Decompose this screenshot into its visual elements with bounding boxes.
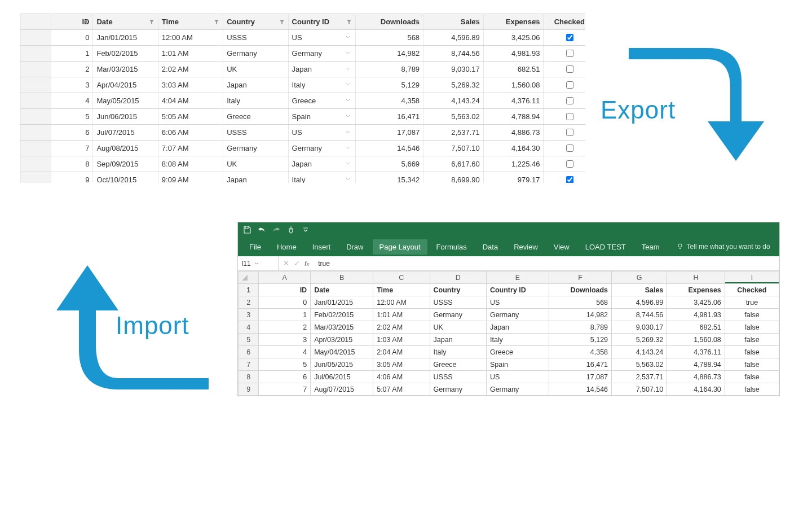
cell-downloads[interactable]: 8,789 <box>356 62 423 77</box>
cell[interactable]: 4,788.94 <box>667 358 725 371</box>
cell-date[interactable]: Sep/09/2015 <box>93 156 158 172</box>
cell[interactable]: false <box>725 346 779 358</box>
cell[interactable]: 4,164.30 <box>667 383 725 396</box>
cell-time[interactable]: 9:09 AM <box>158 172 223 183</box>
cell[interactable]: 4,143.24 <box>612 346 667 358</box>
cell-checked[interactable] <box>544 62 585 77</box>
cell-country[interactable]: Germany <box>223 141 288 156</box>
cell-country-id[interactable]: Italy <box>288 172 356 183</box>
col-header-id[interactable]: ID <box>51 14 93 30</box>
cell[interactable]: false <box>725 321 779 334</box>
cell-country-id[interactable]: US <box>288 30 356 46</box>
cell[interactable]: USSS <box>430 371 486 383</box>
cell[interactable]: 2 <box>259 321 311 334</box>
cell[interactable]: Jul/06/2015 <box>311 371 373 383</box>
cell[interactable]: Aug/07/2015 <box>311 383 373 396</box>
touch-mode-icon[interactable] <box>286 225 295 234</box>
cell[interactable]: Germany <box>430 309 486 321</box>
cell-country[interactable]: Germany <box>223 46 288 62</box>
cell-downloads[interactable]: 5,129 <box>356 77 423 93</box>
cell-sales[interactable]: 5,269.32 <box>423 77 484 93</box>
chevron-down-icon[interactable] <box>344 81 352 89</box>
col-header-checked[interactable]: Checked <box>544 14 585 30</box>
cell[interactable]: 5:07 AM <box>373 383 430 396</box>
cell-expenses[interactable]: 682.51 <box>483 62 544 77</box>
cell[interactable]: Feb/02/2015 <box>311 309 373 321</box>
cell-id[interactable]: 6 <box>51 125 93 141</box>
cell[interactable]: 9,030.17 <box>612 321 667 334</box>
column-header-G[interactable]: G <box>612 271 667 284</box>
cell-country[interactable]: USSS <box>223 30 288 46</box>
cell-date[interactable]: Feb/02/2015 <box>93 46 158 62</box>
cell[interactable]: 7 <box>259 383 311 396</box>
cell-id[interactable]: 7 <box>51 141 93 156</box>
cell[interactable]: Jun/05/2015 <box>311 358 373 371</box>
table-row[interactable]: 7Aug/08/20157:07 AMGermanyGermany14,5467… <box>21 141 586 156</box>
cell-date[interactable]: Jan/01/2015 <box>93 30 158 46</box>
cell-time[interactable]: 6:06 AM <box>158 125 223 141</box>
cell[interactable]: 1 <box>259 309 311 321</box>
row-number[interactable]: 2 <box>239 296 259 309</box>
cell-time[interactable]: 2:02 AM <box>158 62 223 77</box>
cell-downloads[interactable]: 17,087 <box>356 125 423 141</box>
col-header-expenses[interactable]: Expenses <box>483 14 544 30</box>
cell-expenses[interactable]: 4,164.30 <box>483 141 544 156</box>
cell-checked[interactable] <box>544 172 585 183</box>
cell[interactable]: 3 <box>259 334 311 346</box>
cell[interactable]: Greece <box>486 346 549 358</box>
cell[interactable]: Apr/03/2015 <box>311 334 373 346</box>
cell[interactable]: 2,537.71 <box>612 371 667 383</box>
cell-country[interactable]: Greece <box>223 109 288 125</box>
fx-icon[interactable]: fx <box>304 259 309 268</box>
row-header[interactable] <box>21 109 51 125</box>
chevron-down-icon[interactable] <box>344 144 352 152</box>
filter-icon[interactable] <box>148 18 156 26</box>
row-header[interactable] <box>21 93 51 109</box>
cell[interactable]: 2:02 AM <box>373 321 430 334</box>
col-header-time[interactable]: Time <box>158 14 223 30</box>
cell[interactable]: 14,982 <box>549 309 612 321</box>
cell[interactable]: 7,507.10 <box>612 383 667 396</box>
col-header-country-id[interactable]: Country ID <box>288 14 356 30</box>
qat-more-icon[interactable] <box>301 225 310 234</box>
cell-sales[interactable]: 8,744.56 <box>423 46 484 62</box>
cell-country[interactable]: USSS <box>223 125 288 141</box>
row-header[interactable] <box>21 156 51 172</box>
cell[interactable]: 12:00 AM <box>373 296 430 309</box>
cell-checked[interactable] <box>544 141 585 156</box>
cell-id[interactable]: 0 <box>51 30 93 46</box>
column-header-B[interactable]: B <box>311 271 373 284</box>
cell[interactable]: 2:04 AM <box>373 346 430 358</box>
col-header-country[interactable]: Country <box>223 14 288 30</box>
cell-id[interactable]: 4 <box>51 93 93 109</box>
col-header-downloads[interactable]: Downloads <box>356 14 423 30</box>
ribbon-tab-insert[interactable]: Insert <box>306 239 338 255</box>
cell[interactable]: false <box>725 371 779 383</box>
cell[interactable]: 5,269.32 <box>612 334 667 346</box>
chevron-down-icon[interactable] <box>344 112 352 120</box>
column-header-D[interactable]: D <box>430 271 486 284</box>
cell-date[interactable]: Aug/08/2015 <box>93 141 158 156</box>
cell[interactable]: 4,376.11 <box>667 346 725 358</box>
chevron-down-icon[interactable] <box>344 65 352 73</box>
chevron-down-icon[interactable] <box>344 128 352 136</box>
ribbon-tab-page-layout[interactable]: Page Layout <box>373 239 427 255</box>
cell[interactable]: 16,471 <box>549 358 612 371</box>
cell-date[interactable]: Jun/06/2015 <box>93 109 158 125</box>
cell[interactable]: Country ID <box>486 284 549 296</box>
cell[interactable]: 4,358 <box>549 346 612 358</box>
worksheet[interactable]: ABCDEFGHI 1IDDateTimeCountryCountry IDDo… <box>238 271 779 396</box>
filter-icon[interactable] <box>213 18 220 26</box>
col-header-sales[interactable]: Sales <box>423 14 484 30</box>
cell-checked[interactable] <box>544 109 585 125</box>
cell[interactable]: US <box>486 371 549 383</box>
cell-expenses[interactable]: 4,981.93 <box>483 46 544 62</box>
cell-downloads[interactable]: 568 <box>356 30 423 46</box>
name-box[interactable]: I11 <box>238 256 279 270</box>
table-row[interactable]: 2Mar/03/20152:02 AMUKJapan8,7899,030.176… <box>21 62 586 77</box>
formula-input[interactable]: true <box>314 260 779 268</box>
row-header[interactable] <box>21 62 51 77</box>
cell[interactable]: Checked <box>725 284 779 296</box>
cell[interactable]: 4:06 AM <box>373 371 430 383</box>
ribbon-tab-data[interactable]: Data <box>476 239 505 255</box>
